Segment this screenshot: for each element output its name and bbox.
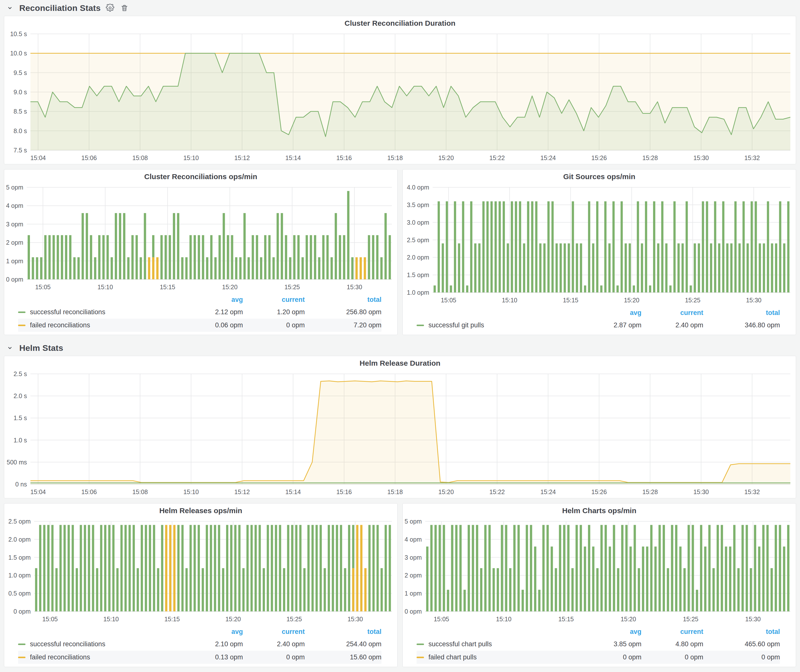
svg-text:15:24: 15:24 xyxy=(540,154,556,161)
svg-text:8.0 s: 8.0 s xyxy=(14,127,27,134)
legend-current-value: 4.80 opm xyxy=(642,640,703,648)
svg-text:15:30: 15:30 xyxy=(746,297,762,304)
svg-text:15:32: 15:32 xyxy=(744,488,760,495)
chevron-down-icon[interactable] xyxy=(5,3,15,13)
legend-col-current[interactable]: current xyxy=(243,296,305,304)
svg-text:1.0 opm: 1.0 opm xyxy=(407,289,429,296)
panel-title[interactable]: Helm Release Duration xyxy=(4,356,796,370)
svg-text:15:25: 15:25 xyxy=(285,283,300,290)
legend-col-total[interactable]: total xyxy=(305,296,381,304)
panel-title[interactable]: Cluster Reconciliation Duration xyxy=(4,16,796,30)
legend-row: failed reconciliations 0.06 opm 0 opm 7.… xyxy=(18,319,381,332)
trash-icon[interactable] xyxy=(120,3,130,13)
svg-text:4.0 opm: 4.0 opm xyxy=(407,184,429,191)
helm-release-duration-chart[interactable]: 15:0415:0615:0815:1015:1215:1415:1615:18… xyxy=(4,370,796,498)
svg-text:15:26: 15:26 xyxy=(592,488,607,495)
legend-col-current[interactable]: current xyxy=(642,309,703,317)
svg-text:15:32: 15:32 xyxy=(744,154,760,161)
svg-text:4 opm: 4 opm xyxy=(405,536,422,543)
svg-text:15:22: 15:22 xyxy=(489,154,505,161)
svg-text:1.5 s: 1.5 s xyxy=(14,414,27,421)
svg-text:15:20: 15:20 xyxy=(222,283,238,290)
legend-current-value: 0 opm xyxy=(243,653,305,661)
panel-title[interactable]: Cluster Reconciliations ops/min xyxy=(4,170,397,183)
panel-title[interactable]: Helm Charts ops/min xyxy=(403,504,796,517)
svg-text:15:10: 15:10 xyxy=(183,154,199,161)
svg-text:10.5 s: 10.5 s xyxy=(10,30,27,37)
cluster-reconciliations-chart[interactable]: 15:0515:1015:1515:2015:2515:300 opm1 opm… xyxy=(4,183,397,293)
cluster-reconciliation-duration-chart[interactable]: 15:0415:0615:0815:1015:1215:1415:1615:18… xyxy=(4,30,796,164)
legend-col-current[interactable]: current xyxy=(642,628,703,636)
legend-series-label[interactable]: successful reconciliations xyxy=(18,640,181,648)
legend-col-current[interactable]: current xyxy=(243,628,305,636)
svg-text:3 opm: 3 opm xyxy=(6,221,23,228)
legend-current-value: 2.40 opm xyxy=(243,640,305,648)
svg-text:15:25: 15:25 xyxy=(286,616,302,622)
series-color-dash xyxy=(18,325,26,326)
svg-text:5 opm: 5 opm xyxy=(405,518,422,525)
svg-text:15:14: 15:14 xyxy=(285,154,301,161)
section-header-reconciliation-stats[interactable]: Reconciliation Stats xyxy=(5,2,796,14)
svg-text:15:12: 15:12 xyxy=(234,488,250,495)
legend-table: avg current total successful git pulls 2… xyxy=(403,306,796,335)
legend-series-label[interactable]: successful chart pulls xyxy=(417,640,579,648)
git-sources-chart[interactable]: 15:0515:1015:1515:2015:2515:301.0 opm1.5… xyxy=(403,183,796,306)
svg-text:15:05: 15:05 xyxy=(434,616,449,622)
legend-series-label[interactable]: successful git pulls xyxy=(417,322,579,329)
svg-text:15:05: 15:05 xyxy=(441,297,456,304)
svg-text:2.0 opm: 2.0 opm xyxy=(8,536,31,543)
legend-series-label[interactable]: failed reconciliations xyxy=(18,322,181,329)
legend-series-label[interactable]: failed reconciliations xyxy=(18,653,181,661)
svg-text:15:05: 15:05 xyxy=(42,616,58,622)
legend-col-avg[interactable]: avg xyxy=(579,628,642,636)
legend-current-value: 0 opm xyxy=(243,322,305,329)
legend-header: avg current total xyxy=(417,626,780,638)
helm-releases-chart[interactable]: 15:0515:1015:1515:2015:2515:300 opm0.5 o… xyxy=(4,517,397,625)
legend-table: avg current total successful chart pulls… xyxy=(403,625,796,667)
legend-total-value: 15.60 opm xyxy=(305,653,381,661)
legend-series-label[interactable]: successful reconciliations xyxy=(18,308,181,316)
grafana-dashboard: Reconciliation Stats Cluster Reconciliat… xyxy=(0,0,800,672)
legend-total-value: 0 opm xyxy=(703,653,780,661)
section-title: Reconciliation Stats xyxy=(19,3,101,13)
svg-text:15:10: 15:10 xyxy=(98,283,113,290)
panel-title[interactable]: Helm Releases ops/min xyxy=(4,504,397,517)
svg-text:15:20: 15:20 xyxy=(226,616,241,622)
svg-text:0 opm: 0 opm xyxy=(405,608,422,615)
legend-header: avg current total xyxy=(18,294,381,306)
legend-avg-value: 3.85 opm xyxy=(579,640,642,648)
svg-text:1 opm: 1 opm xyxy=(6,258,23,264)
legend-row: successful reconciliations 2.10 opm 2.40… xyxy=(18,638,381,651)
svg-text:3.5 opm: 3.5 opm xyxy=(407,202,429,208)
panel-title[interactable]: Git Sources ops/min xyxy=(403,170,796,183)
legend-col-avg[interactable]: avg xyxy=(181,628,243,636)
svg-text:0 ns: 0 ns xyxy=(15,481,27,488)
section-header-helm-stats[interactable]: Helm Stats xyxy=(5,342,796,354)
legend-total-value: 346.80 opm xyxy=(703,322,780,329)
svg-text:1.5 opm: 1.5 opm xyxy=(8,554,31,561)
legend-col-avg[interactable]: avg xyxy=(181,296,243,304)
gear-icon[interactable] xyxy=(105,3,115,13)
svg-text:15:22: 15:22 xyxy=(489,488,505,495)
svg-text:2 opm: 2 opm xyxy=(6,239,23,246)
svg-text:15:15: 15:15 xyxy=(160,283,175,290)
svg-text:15:15: 15:15 xyxy=(558,616,574,622)
legend-col-avg[interactable]: avg xyxy=(579,309,642,317)
svg-text:15:30: 15:30 xyxy=(745,616,761,622)
legend-avg-value: 2.87 opm xyxy=(579,322,642,329)
svg-text:15:24: 15:24 xyxy=(540,488,556,495)
svg-text:15:18: 15:18 xyxy=(387,154,403,161)
legend-avg-value: 0.06 opm xyxy=(181,322,243,329)
legend-current-value: 1.20 opm xyxy=(243,308,305,316)
legend-series-label[interactable]: failed chart pulls xyxy=(417,653,579,661)
chevron-down-icon[interactable] xyxy=(5,343,15,353)
helm-charts-chart[interactable]: 15:0515:1015:1515:2015:2515:300 opm1 opm… xyxy=(403,517,796,625)
svg-text:0 opm: 0 opm xyxy=(6,276,23,283)
legend-col-total[interactable]: total xyxy=(703,628,780,636)
svg-text:15:20: 15:20 xyxy=(621,616,636,622)
svg-text:15:30: 15:30 xyxy=(693,154,709,161)
legend-col-total[interactable]: total xyxy=(305,628,381,636)
svg-text:15:20: 15:20 xyxy=(624,297,640,304)
legend-col-total[interactable]: total xyxy=(703,309,780,317)
svg-text:15:14: 15:14 xyxy=(285,488,301,495)
